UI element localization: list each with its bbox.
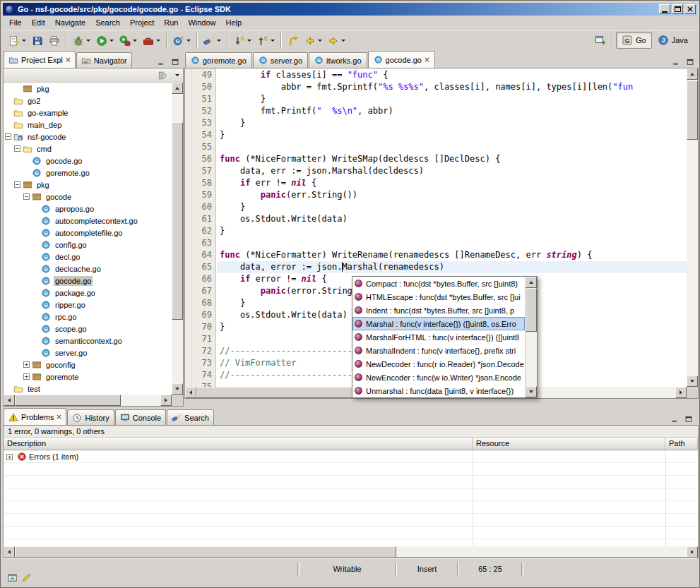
run-last-launched-button[interactable]	[117, 32, 140, 49]
search-button[interactable]	[201, 32, 224, 49]
debug-button[interactable]	[70, 32, 93, 49]
tree-item-declcache-go[interactable]: Gdeclcache.go	[4, 263, 172, 275]
tree-item-main-dep[interactable]: main_dep	[4, 119, 172, 131]
tree-item-server-go[interactable]: Gserver.go	[4, 347, 172, 359]
bottom-tab-search[interactable]: Search	[167, 409, 214, 425]
explorer-vertical-scrollbar[interactable]	[172, 83, 183, 395]
tree-item-config-go[interactable]: Gconfig.go	[4, 239, 172, 251]
dropdown-arrow-icon[interactable]	[247, 40, 251, 42]
fast-view-icon[interactable]	[7, 572, 18, 583]
code-line-54[interactable]: }	[217, 129, 687, 141]
dropdown-arrow-icon[interactable]	[217, 40, 221, 42]
tree-item-cmd[interactable]: −cmd	[4, 143, 172, 155]
bottom-tab-history[interactable]: History	[67, 409, 114, 425]
new-button[interactable]	[6, 32, 29, 49]
tree-item-gocode-go[interactable]: Ggocode.go	[4, 155, 172, 167]
tree-item-rpc-go[interactable]: Grpc.go	[4, 311, 172, 323]
tree-item-package-go[interactable]: Gpackage.go	[4, 287, 172, 299]
tree-expander-icon[interactable]: −	[14, 145, 20, 152]
menu-edit[interactable]: Edit	[27, 16, 50, 29]
tree-expander-icon[interactable]: −	[23, 193, 30, 200]
editor-tab-gocode-go[interactable]: Ggocode.go	[368, 51, 435, 68]
run-button[interactable]	[93, 32, 117, 49]
menu-project[interactable]: Project	[125, 16, 159, 29]
code-line-59[interactable]: panic(err.String())	[217, 189, 687, 201]
column-header-path[interactable]: Path	[665, 438, 698, 450]
menu-file[interactable]: File	[4, 16, 27, 29]
scroll-up-button[interactable]	[172, 83, 183, 94]
scroll-up-button[interactable]	[687, 68, 698, 80]
scrollbar-thumb[interactable]	[172, 122, 183, 320]
dropdown-arrow-icon[interactable]	[22, 40, 26, 42]
minimize-button[interactable]	[659, 4, 670, 14]
explorer-tab-navigator[interactable]: Navigator	[76, 52, 132, 68]
scroll-left-button[interactable]	[4, 546, 15, 558]
tree-item-pkg[interactable]: −pkg	[4, 179, 172, 191]
code-line-53[interactable]: }	[217, 117, 687, 129]
editor-tab-goremote-go[interactable]: Ggoremote.go	[185, 52, 252, 68]
tree-item-apropos-go[interactable]: Gapropos.go	[4, 203, 172, 215]
titlebar[interactable]: Go - nsf-gocode/src/pkg/gocode/gocode.go…	[3, 3, 697, 16]
scroll-left-button[interactable]	[4, 395, 15, 406]
completion-item-indent[interactable]: Indent : func(dst *bytes.Buffer, src []u…	[352, 304, 525, 317]
explorer-tab-project-expl[interactable]: Project Expl	[4, 51, 76, 68]
problems-horizontal-scrollbar[interactable]	[4, 546, 698, 558]
tree-expander-icon[interactable]: +	[23, 361, 30, 368]
dropdown-arrow-icon[interactable]	[133, 40, 137, 42]
dropdown-arrow-icon[interactable]	[109, 40, 114, 42]
maximize-view-button[interactable]	[684, 56, 696, 68]
column-header-description[interactable]: Description	[4, 438, 473, 450]
code-line-55[interactable]	[217, 141, 687, 153]
tree-expander-icon[interactable]: +	[23, 373, 30, 380]
dropdown-arrow-icon[interactable]	[156, 40, 160, 42]
open-perspective-button[interactable]	[592, 32, 609, 49]
menu-window[interactable]: Window	[183, 16, 220, 29]
next-annotation-button[interactable]	[231, 32, 254, 49]
maximize-view-button[interactable]	[682, 414, 695, 425]
perspective-go-button[interactable]: GGo	[616, 32, 652, 49]
scrollbar-thumb[interactable]	[687, 80, 698, 140]
popup-scrollbar[interactable]	[525, 277, 537, 397]
completion-item-newencoder[interactable]: NewEncoder : func(w io.Writer) *json.Enc…	[352, 371, 525, 384]
column-header-resource[interactable]: Resource	[473, 438, 665, 450]
tree-item-decl-go[interactable]: Gdecl.go	[4, 251, 172, 263]
dropdown-arrow-icon[interactable]	[318, 40, 322, 42]
menu-run[interactable]: Run	[159, 16, 183, 29]
dropdown-arrow-icon[interactable]	[341, 40, 345, 42]
scroll-left-button[interactable]	[185, 387, 196, 398]
tree-expander-icon[interactable]: −	[14, 181, 20, 188]
minimize-view-button[interactable]	[155, 56, 167, 68]
dropdown-arrow-icon[interactable]	[186, 40, 191, 42]
code-line-51[interactable]: }	[217, 93, 687, 105]
code-line-62[interactable]: }	[217, 225, 687, 237]
completion-item-compact[interactable]: Compact : func(dst *bytes.Buffer, src []…	[352, 277, 525, 290]
tree-expander-icon[interactable]: −	[5, 133, 11, 140]
tree-item-test[interactable]: test	[4, 383, 172, 395]
code-line-64[interactable]: func (*NiceFormatter) WriteRename(rename…	[217, 249, 687, 261]
scroll-down-button[interactable]	[172, 383, 183, 395]
scroll-right-button[interactable]	[160, 395, 172, 406]
tree-item-goconfig[interactable]: +goconfig	[4, 359, 172, 371]
close-tab-icon[interactable]	[57, 414, 61, 419]
tree-item-semanticcontext-go[interactable]: Gsemanticcontext.go	[4, 335, 172, 347]
code-line-52[interactable]: fmt.Printf(" %s\n", abbr)	[217, 105, 687, 117]
dropdown-arrow-icon[interactable]	[86, 40, 90, 42]
tree-item-scope-go[interactable]: Gscope.go	[4, 323, 172, 335]
completion-item-newdecoder[interactable]: NewDecoder : func(r io.Reader) *json.Dec…	[352, 357, 525, 371]
save-button[interactable]	[29, 32, 46, 49]
scroll-down-button[interactable]	[687, 376, 698, 387]
scroll-right-button[interactable]	[687, 546, 698, 558]
completion-item-marshalindent[interactable]: MarshalIndent : func(v interface{}, pref…	[352, 344, 525, 357]
bottom-tab-problems[interactable]: Problems	[4, 408, 66, 425]
code-line-61[interactable]: os.Stdout.Write(data)	[217, 213, 687, 225]
tree-item-go-example[interactable]: go-example	[4, 107, 172, 119]
scrollbar-thumb[interactable]	[15, 546, 396, 558]
close-tab-icon[interactable]	[425, 57, 429, 62]
tree-item-autocompletecontext-go[interactable]: Gautocompletecontext.go	[4, 215, 172, 227]
last-edit-location-button[interactable]	[285, 32, 302, 49]
previous-annotation-button[interactable]	[254, 32, 278, 49]
code-line-49[interactable]: if classes[i] == "func" {	[217, 69, 687, 81]
maximize-button[interactable]	[672, 4, 683, 14]
tree-item-ripper-go[interactable]: Gripper.go	[4, 299, 172, 311]
scrollbar-thumb[interactable]	[526, 288, 537, 332]
